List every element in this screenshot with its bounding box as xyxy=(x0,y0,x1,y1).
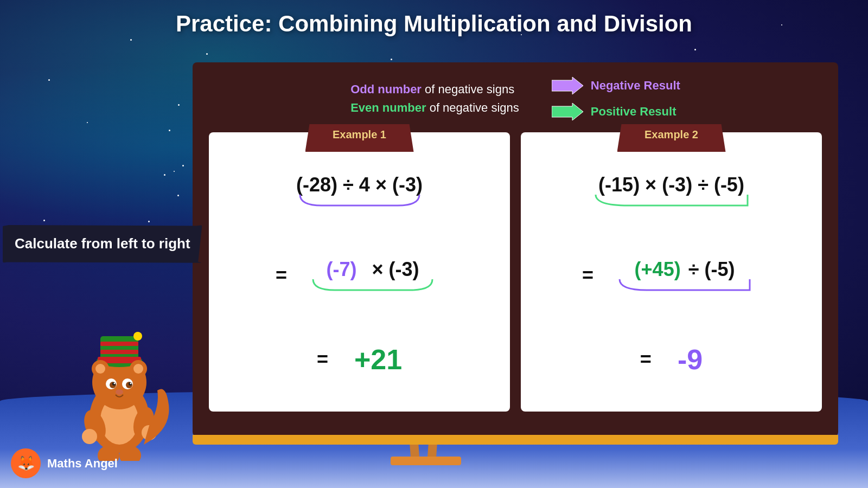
svg-point-13 xyxy=(95,364,105,374)
board-base xyxy=(391,457,461,465)
squirrel-svg xyxy=(65,320,174,461)
example2-expr1-block: (-15) × (-3) ÷ (-5) xyxy=(585,174,758,208)
example2-brace1 xyxy=(585,192,758,208)
rule-odd: Odd number of negative signs xyxy=(350,82,519,97)
logo-text: Maths Angel xyxy=(47,457,118,471)
example2-step1-block: (+45) ÷ (-5) xyxy=(609,258,761,293)
example1-result-row: = +21 xyxy=(317,343,402,376)
examples-container: Example 1 (-28) ÷ 4 × (-3) = xyxy=(209,132,822,412)
example2-wrapper: Example 2 (-15) × (-3) ÷ (-5) = xyxy=(521,132,822,412)
svg-point-26 xyxy=(82,429,97,444)
example2-step1: = (+45) ÷ (-5) xyxy=(582,258,761,293)
example2-result: -9 xyxy=(678,343,703,376)
logo-icon: 🦊 xyxy=(11,448,41,478)
calculate-note: Calculate from left to right xyxy=(3,225,202,263)
positive-arrow-icon xyxy=(552,102,584,121)
rules-section: Odd number of negative signs Even number… xyxy=(209,76,822,121)
main-board: Odd number of negative signs Even number… xyxy=(193,62,838,436)
positive-result-label: Positive Result xyxy=(591,105,676,119)
example2-equals1: = xyxy=(582,264,593,287)
example2-result-row: = -9 xyxy=(640,343,703,376)
example2-tab: Example 2 xyxy=(617,124,726,152)
board-bottom-bar xyxy=(193,435,838,445)
rules-arrows: Negative Result Positive Result xyxy=(552,76,680,121)
rules-text: Odd number of negative signs Even number… xyxy=(350,82,519,115)
svg-point-21 xyxy=(114,383,116,384)
odd-highlight: Odd number xyxy=(350,82,422,96)
example1-equals2: = xyxy=(317,348,328,371)
character-squirrel xyxy=(65,320,174,461)
negative-result-row: Negative Result xyxy=(552,76,680,95)
svg-point-23 xyxy=(116,389,123,395)
rule-even: Even number of negative signs xyxy=(350,101,519,115)
example1-brace2 xyxy=(302,277,443,293)
example1-card: (-28) ÷ 4 × (-3) = (-7) xyxy=(209,132,510,412)
example2-brace2 xyxy=(609,277,761,293)
negative-arrow-icon xyxy=(552,76,584,95)
example1-wrapper: Example 1 (-28) ÷ 4 × (-3) = xyxy=(209,132,510,412)
positive-result-row: Positive Result xyxy=(552,102,676,121)
logo-area: 🦊 Maths Angel xyxy=(11,448,118,478)
svg-marker-0 xyxy=(552,77,583,94)
example1-equals1: = xyxy=(276,264,287,287)
negative-result-label: Negative Result xyxy=(591,79,680,93)
svg-rect-8 xyxy=(100,342,138,346)
example1-result: +21 xyxy=(354,343,402,376)
svg-rect-9 xyxy=(100,350,138,354)
example1-step1: = (-7) × (-3) xyxy=(276,258,443,293)
example1-expr1-block: (-28) ÷ 4 × (-3) xyxy=(289,174,430,208)
even-highlight: Even number xyxy=(350,101,426,114)
page-title: Practice: Combining Multiplication and D… xyxy=(0,11,868,37)
example1-brace1 xyxy=(289,192,430,208)
example1-tab: Example 1 xyxy=(305,124,414,152)
svg-point-10 xyxy=(133,332,142,341)
example2-equals2: = xyxy=(640,348,652,371)
example2-card: (-15) × (-3) ÷ (-5) = (+45) ÷ (-5) xyxy=(521,132,822,412)
svg-point-22 xyxy=(130,383,132,384)
svg-marker-1 xyxy=(552,103,583,120)
example1-step1-block: (-7) × (-3) xyxy=(302,258,443,293)
svg-point-14 xyxy=(133,364,143,374)
